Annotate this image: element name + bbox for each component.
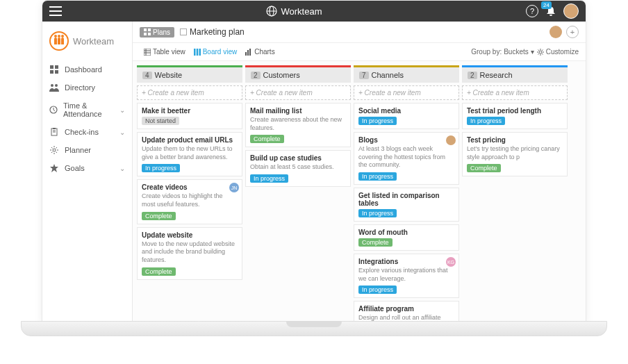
create-item-button[interactable]: + Create a new item: [137, 85, 242, 100]
create-item-button[interactable]: + Create a new item: [354, 85, 459, 100]
card[interactable]: Get listed in comparison tablesIn progre…: [354, 188, 459, 222]
logo[interactable]: Workteam: [42, 27, 132, 60]
column-header[interactable]: 4Website: [137, 65, 242, 83]
sidebar-item-dashboard[interactable]: Dashboard: [42, 60, 132, 78]
column-header[interactable]: 2Research: [462, 65, 568, 83]
help-icon[interactable]: ?: [526, 5, 538, 17]
sidebar-item-time-attendance[interactable]: Time & Attendance⌄: [42, 97, 132, 123]
gear-icon: [537, 49, 544, 56]
user-avatar[interactable]: [563, 3, 579, 19]
sidebar-item-goals[interactable]: Goals⌄: [42, 159, 132, 177]
clipboard-icon: [49, 128, 59, 136]
add-button[interactable]: +: [566, 26, 579, 38]
column-title: Channels: [372, 71, 404, 79]
gear-icon: [49, 146, 59, 154]
card[interactable]: Test trial period lengthIn progress: [462, 103, 568, 129]
toolbar-primary: Plans Marketing plan +: [133, 22, 586, 43]
plan-name[interactable]: Marketing plan: [180, 27, 245, 37]
plan-owner-avatar[interactable]: [550, 26, 562, 38]
card[interactable]: Affiliate programDesign and roll out an …: [354, 301, 459, 322]
card[interactable]: JNCreate videosCreate videos to highligh…: [137, 179, 242, 224]
svg-point-7: [51, 84, 53, 87]
status-badge: Complete: [467, 164, 501, 172]
card-avatar[interactable]: [446, 135, 456, 145]
card[interactable]: Test pricingLet's try testing the pricin…: [462, 132, 568, 176]
svg-rect-27: [247, 50, 249, 56]
column-count: 7: [359, 72, 369, 79]
sidebar-item-planner[interactable]: Planner: [42, 141, 132, 159]
hamburger-menu-icon[interactable]: [49, 6, 62, 16]
people-icon: [49, 83, 59, 92]
checkbox-icon: [180, 28, 187, 35]
card[interactable]: KGIntegrationsExplore various integratio…: [354, 254, 459, 298]
sidebar-item-label: Dashboard: [65, 65, 102, 74]
card[interactable]: BlogsAt least 3 blogs each week covering…: [354, 132, 459, 185]
svg-rect-17: [144, 33, 147, 35]
group-by-control[interactable]: Group by: Buckets ▾: [471, 48, 534, 56]
sidebar-item-label: Planner: [65, 146, 91, 154]
column-title: Research: [480, 71, 513, 79]
card[interactable]: Social mediaIn progress: [354, 103, 459, 129]
board-icon: [194, 49, 201, 56]
card[interactable]: Update websiteMove to the new updated we…: [137, 227, 242, 280]
card-title: Blogs: [358, 136, 454, 144]
card[interactable]: Build up case studiesObtain at least 5 c…: [245, 150, 351, 187]
card[interactable]: Make it beetterNot started: [137, 103, 242, 129]
chevron-down-icon: ▾: [531, 48, 534, 56]
view-label: Board view: [203, 48, 237, 56]
sidebar-item-label: Goals: [65, 164, 85, 172]
customize-button[interactable]: Customize: [537, 48, 579, 56]
status-badge: Complete: [250, 135, 284, 143]
logo-text: Workteam: [73, 36, 114, 47]
card-title: Make it beetter: [142, 107, 238, 115]
column-header[interactable]: 2Customers: [245, 65, 351, 83]
card-title: Get listed in comparison tables: [358, 192, 454, 207]
sidebar-item-label: Directory: [65, 83, 95, 92]
table-icon: [144, 49, 151, 56]
view-charts-button[interactable]: Charts: [241, 46, 279, 58]
view-table-button[interactable]: Table view: [140, 46, 190, 58]
svg-rect-5: [50, 70, 53, 74]
card-title: Affiliate program: [358, 305, 454, 313]
clock-icon: [49, 106, 58, 114]
sidebar-item-directory[interactable]: Directory: [42, 78, 132, 97]
svg-point-14: [53, 149, 56, 151]
column-count: 2: [251, 72, 261, 79]
card[interactable]: Update product email URLsUpdate them to …: [137, 132, 242, 176]
card-title: Update product email URLs: [142, 136, 238, 144]
card-title: Word of mouth: [358, 229, 454, 236]
column-research: 2Research+ Create a new itemTest trial p…: [462, 65, 568, 317]
create-item-button[interactable]: + Create a new item: [245, 85, 351, 100]
logo-icon: [49, 31, 69, 51]
notifications-button[interactable]: 24: [545, 6, 556, 17]
svg-rect-24: [196, 49, 198, 56]
star-icon: [49, 164, 59, 172]
svg-rect-23: [194, 49, 196, 56]
status-badge: Complete: [142, 212, 176, 220]
chevron-down-icon: ⌄: [119, 165, 125, 172]
card-avatar[interactable]: KG: [446, 257, 456, 267]
column-website: 4Website+ Create a new itemMake it beett…: [137, 65, 242, 317]
card-description: Create videos to highlight the most usef…: [142, 192, 238, 208]
column-title: Website: [155, 71, 183, 79]
card-title: Build up case studies: [250, 154, 346, 162]
view-label: Charts: [254, 48, 274, 56]
chevron-down-icon: ⌄: [119, 106, 125, 114]
column-channels: 7Channels+ Create a new itemSocial media…: [354, 65, 459, 317]
svg-rect-15: [144, 28, 147, 31]
sidebar-item-check-ins[interactable]: Check-ins⌄: [42, 123, 132, 141]
column-header[interactable]: 7Channels: [354, 65, 459, 83]
status-badge: In progress: [358, 117, 397, 125]
card[interactable]: Word of mouthComplete: [354, 224, 459, 251]
card-title: Integrations: [358, 258, 454, 265]
main-content: Plans Marketing plan + Table viewBoard v…: [133, 22, 586, 322]
status-badge: Not started: [142, 117, 179, 125]
card-description: Explore various integrations that we can…: [358, 267, 454, 283]
create-item-button[interactable]: + Create a new item: [462, 85, 568, 100]
app-title: Workteam: [62, 6, 526, 17]
column-count: 4: [142, 72, 152, 79]
view-board-button[interactable]: Board view: [190, 46, 241, 58]
card[interactable]: Mail mailing listCreate awareness about …: [245, 103, 351, 147]
plans-button[interactable]: Plans: [140, 27, 174, 38]
chevron-down-icon: ⌄: [119, 129, 125, 136]
